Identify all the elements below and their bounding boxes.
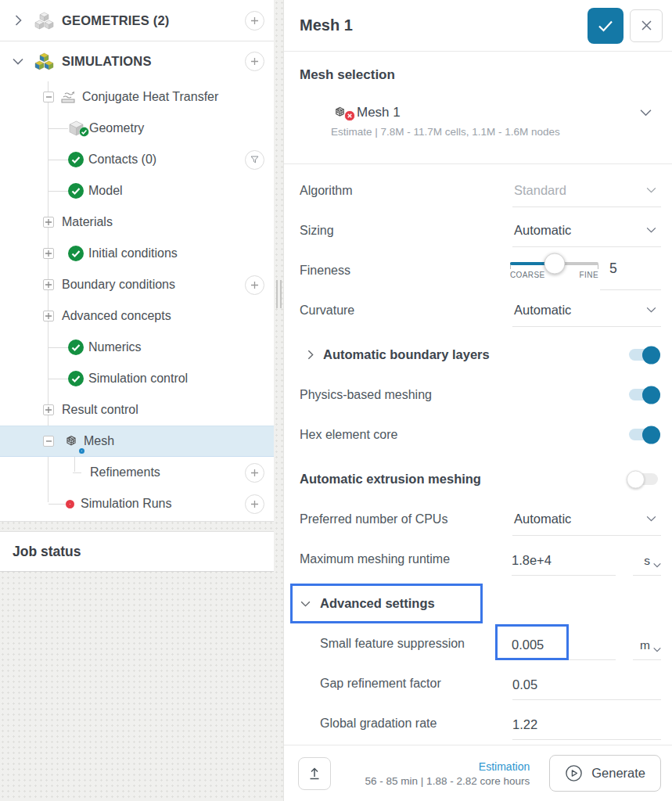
scene-tree-sidebar: GEOMETRIES (2) — [0, 0, 274, 522]
add-boundary-condition-button[interactable] — [245, 275, 264, 295]
physics-based-meshing-toggle[interactable] — [629, 389, 658, 400]
check-status-icon — [68, 371, 84, 386]
tree-item-initial-conditions[interactable]: Initial conditions — [0, 238, 274, 269]
setting-row-auto-boundary-layers: Automatic boundary layers — [300, 335, 661, 375]
section-geometries[interactable]: GEOMETRIES (2) — [0, 0, 274, 41]
section-simulations[interactable]: SIMULATIONS — [0, 41, 274, 81]
tree-item-model[interactable]: Model — [0, 175, 274, 207]
generate-button[interactable]: Generate — [549, 755, 661, 792]
setting-row-max-runtime: Maximum meshing runtime 1.8e+4 s — [300, 539, 661, 579]
tree-item-geometry[interactable]: Geometry — [0, 113, 274, 144]
mesh-icon — [331, 103, 349, 121]
heat-transfer-icon — [60, 89, 77, 105]
tree-item-contacts[interactable]: Contacts (0) — [0, 144, 274, 175]
mesh-selection-item[interactable]: Mesh 1 — [331, 103, 661, 121]
setting-row-preferred-cpus: Preferred number of CPUs Automatic — [300, 499, 661, 539]
auto-extrusion-meshing-label: Automatic extrusion meshing — [300, 472, 481, 487]
tree-item-numerics[interactable]: Numerics — [0, 332, 274, 363]
panel-header: Mesh 1 — [284, 0, 672, 52]
check-status-icon — [68, 246, 84, 261]
setting-row-algorithm: Algorithm Standard — [300, 171, 661, 210]
small-feature-suppression-unit-select[interactable]: m — [633, 627, 661, 660]
tree-item-simulation-control[interactable]: Simulation control — [0, 363, 274, 394]
add-simulation-run-button[interactable] — [245, 494, 264, 514]
collapse-icon[interactable] — [43, 92, 54, 102]
chevron-down-icon — [300, 601, 311, 607]
tree-item-advanced-concepts[interactable]: Advanced concepts — [0, 300, 274, 332]
tree-item-label: Numerics — [88, 340, 142, 354]
tree-item-conjugate-heat-transfer[interactable]: Conjugate Heat Transfer — [0, 81, 274, 113]
tree-item-mesh[interactable]: Mesh — [0, 426, 274, 457]
fineness-value-input[interactable]: 5 — [600, 259, 661, 290]
job-status-section[interactable]: Job status — [0, 531, 274, 572]
setting-row-global-gradation: Global gradation rate 1.22 — [300, 703, 661, 743]
collapse-icon[interactable] — [43, 436, 54, 447]
chevron-right-icon[interactable] — [13, 15, 23, 26]
algorithm-select[interactable]: Standard — [512, 174, 661, 207]
advanced-settings-label: Advanced settings — [320, 596, 435, 611]
max-runtime-input[interactable]: 1.8e+4 — [512, 543, 616, 576]
fineness-slider[interactable] — [510, 262, 598, 265]
estimation-link[interactable]: Estimation — [365, 760, 530, 773]
sizing-select[interactable]: Automatic — [512, 214, 661, 247]
expand-icon[interactable] — [43, 217, 54, 228]
slider-handle[interactable] — [544, 253, 566, 274]
expand-icon[interactable] — [43, 279, 54, 290]
tree-item-label: Result control — [62, 403, 138, 417]
chevron-down-icon[interactable] — [13, 58, 23, 65]
auto-extrusion-meshing-toggle[interactable] — [629, 473, 658, 485]
check-status-icon — [68, 183, 84, 199]
chevron-right-icon[interactable] — [307, 350, 314, 360]
tree-item-label: Geometry — [89, 121, 144, 135]
preferred-cpus-select[interactable]: Automatic — [512, 503, 661, 536]
geometries-label: GEOMETRIES (2) — [62, 13, 170, 28]
panel-resize-handle[interactable] — [276, 280, 282, 308]
job-status-label: Job status — [13, 544, 81, 560]
expand-icon[interactable] — [43, 248, 54, 259]
upload-button[interactable] — [298, 757, 331, 790]
simulations-label: SIMULATIONS — [62, 54, 152, 69]
add-geometry-button[interactable] — [245, 11, 264, 31]
gap-refinement-label: Gap refinement factor — [300, 677, 441, 691]
run-status-ring-icon — [66, 500, 74, 508]
tree-item-materials[interactable]: Materials — [0, 207, 274, 238]
curvature-label: Curvature — [300, 304, 354, 318]
expand-icon[interactable] — [43, 404, 54, 415]
tree-item-boundary-conditions[interactable]: Boundary conditions — [0, 269, 274, 300]
app-window: GEOMETRIES (2) — [0, 0, 672, 801]
hex-element-core-toggle[interactable] — [629, 429, 658, 440]
add-simulation-button[interactable] — [245, 52, 264, 71]
mesh-selection-heading: Mesh selection — [300, 67, 661, 83]
panel-title: Mesh 1 — [300, 16, 353, 34]
chevron-down-icon — [646, 307, 656, 313]
close-button[interactable] — [630, 9, 663, 42]
auto-boundary-layers-toggle[interactable] — [629, 349, 658, 361]
play-circle-icon — [565, 764, 583, 782]
mesh-name: Mesh 1 — [357, 105, 401, 120]
mesh-settings-form: Algorithm Standard Sizing Automatic Fine… — [284, 164, 672, 743]
tree-item-label: Advanced concepts — [62, 309, 171, 323]
advanced-settings-highlight-box[interactable]: Advanced settings — [290, 584, 483, 623]
confirm-button[interactable] — [588, 8, 623, 44]
tree-item-label: Conjugate Heat Transfer — [82, 90, 218, 104]
global-gradation-label: Global gradation rate — [300, 717, 437, 731]
filter-contacts-button[interactable] — [245, 150, 264, 170]
expand-icon[interactable] — [43, 311, 54, 321]
setting-row-physics-based-meshing: Physics-based meshing — [300, 375, 661, 415]
setting-row-fineness: Fineness COARSE FINE 5 — [300, 250, 661, 290]
add-refinement-button[interactable] — [245, 463, 264, 483]
hex-element-core-label: Hex element core — [300, 428, 397, 442]
max-runtime-unit-select[interactable]: s — [633, 543, 661, 576]
small-feature-suppression-input[interactable]: 0.005 — [512, 627, 616, 660]
global-gradation-input[interactable]: 1.22 — [512, 707, 661, 740]
tree-item-result-control[interactable]: Result control — [0, 394, 274, 426]
mesh-icon — [62, 432, 81, 451]
chevron-down-icon[interactable] — [640, 106, 652, 120]
chevron-down-icon — [646, 515, 656, 522]
tree-item-simulation-runs[interactable]: Simulation Runs — [0, 488, 274, 519]
gap-refinement-input[interactable]: 0.05 — [512, 667, 661, 700]
curvature-select[interactable]: Automatic — [512, 294, 661, 327]
check-status-icon — [68, 339, 84, 355]
tree-item-refinements[interactable]: Refinements — [0, 457, 274, 488]
estimation-text: 56 - 85 min | 1.88 - 2.82 core hours — [365, 775, 530, 787]
